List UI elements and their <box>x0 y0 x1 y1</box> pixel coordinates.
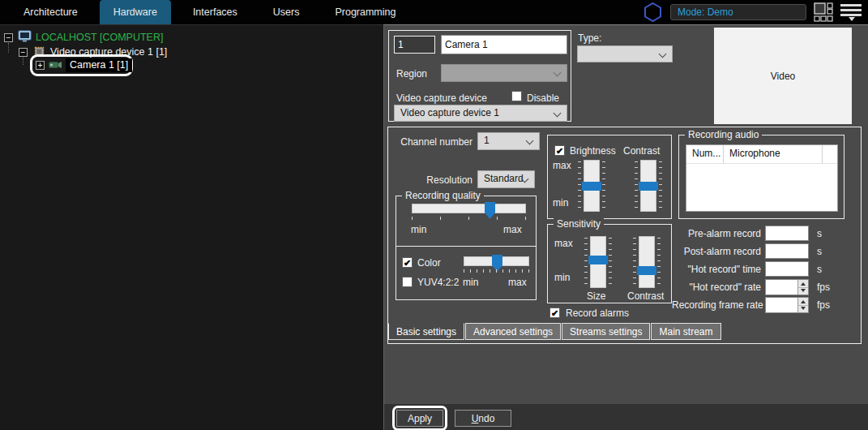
record-alarms-checkbox[interactable]: ✔ <box>549 307 560 318</box>
disable-checkbox[interactable] <box>511 91 522 101</box>
collapse-toggle-icon[interactable]: − <box>19 48 28 57</box>
column-header-microphone[interactable]: Microphone <box>724 145 823 163</box>
slider-thumb[interactable] <box>588 256 608 264</box>
max-label: max <box>508 277 527 288</box>
basic-settings-content: Channel number 1 Resolution Standard Rec… <box>387 127 862 344</box>
spinner-down-icon[interactable] <box>801 289 806 292</box>
recording-audio-group: Recording audio Num... Microphone <box>678 135 844 219</box>
slider-thumb[interactable] <box>637 266 656 275</box>
slider-ticks <box>412 217 526 220</box>
recording-frame-rate-field[interactable] <box>765 297 809 313</box>
unit-label: s <box>817 228 822 239</box>
brightness-slider[interactable] <box>584 160 600 212</box>
yuv422-label: YUV4:2:2 <box>417 277 459 288</box>
camera-number-field[interactable] <box>394 36 435 54</box>
sensitivity-size-slider[interactable] <box>590 236 606 288</box>
color-checkbox[interactable]: ✔ <box>402 257 413 268</box>
spinner-control <box>797 298 808 312</box>
channel-number-label: Channel number <box>395 136 472 148</box>
chevron-down-icon <box>849 17 855 21</box>
mode-indicator[interactable]: Mode: Demo <box>670 4 806 20</box>
tree-item-label[interactable]: LOCALHOST [COMPUTER] <box>36 32 163 43</box>
slider-thumb[interactable] <box>639 182 658 191</box>
unit-label: s <box>817 264 822 275</box>
spinner-down-icon[interactable] <box>801 307 806 310</box>
recording-quality-slider[interactable] <box>412 204 526 213</box>
top-navigation-bar: Architecture Hardware Interfaces Users P… <box>0 0 868 24</box>
chevron-down-icon <box>554 69 562 77</box>
channel-number-select[interactable]: 1 <box>477 132 540 150</box>
hot-record-rate-field[interactable] <box>765 279 809 295</box>
computer-icon <box>18 30 32 43</box>
tab-streams-settings[interactable]: Streams settings <box>562 323 650 340</box>
selected-item-highlight: Camera 1 [1] <box>66 58 132 72</box>
tab-main-stream[interactable]: Main stream <box>651 323 720 340</box>
sensitivity-title: Sensitivity <box>554 218 604 230</box>
chevron-down-icon <box>659 50 667 58</box>
unit-label: fps <box>817 282 830 293</box>
expand-toggle-icon[interactable]: + <box>36 61 45 70</box>
slider-ticks <box>578 161 581 209</box>
resolution-label: Resolution <box>395 174 472 186</box>
camera-identity-group: Region Video capture device Disable Vide… <box>388 30 571 122</box>
spinner-up-icon[interactable] <box>801 300 806 303</box>
spinner-up-icon[interactable] <box>801 282 806 286</box>
resolution-select[interactable]: Standard <box>477 170 535 188</box>
video-capture-device-label: Video capture device <box>396 92 487 104</box>
spinner-divider <box>798 305 808 306</box>
tab-basic-settings[interactable]: Basic settings <box>388 323 464 340</box>
min-label: min <box>411 224 426 235</box>
tree-connector <box>23 58 24 65</box>
settings-tab-strip: Basic settings Advanced settings Streams… <box>388 323 722 340</box>
min-label: min <box>554 272 570 283</box>
undo-button[interactable]: Undo <box>455 410 511 427</box>
tab-programming[interactable]: Programming <box>321 0 409 24</box>
tree-connector <box>8 43 9 53</box>
region-select[interactable] <box>441 64 567 82</box>
apply-focus-ring: Apply <box>392 406 447 430</box>
color-label: Color <box>417 257 441 269</box>
post-alarm-record-field[interactable] <box>765 243 809 259</box>
tab-users[interactable]: Users <box>259 0 314 24</box>
tab-architecture[interactable]: Architecture <box>10 0 92 24</box>
screen-layout-grid-icon[interactable] <box>814 2 833 22</box>
video-capture-device-select[interactable]: Video capture device 1 <box>394 105 567 122</box>
type-select[interactable] <box>577 45 673 62</box>
color-slider[interactable] <box>464 256 529 266</box>
min-label: min <box>463 277 478 288</box>
yuv422-checkbox[interactable] <box>402 277 413 287</box>
menu-line <box>840 4 862 6</box>
collapse-toggle-icon[interactable]: − <box>4 33 13 42</box>
brightness-contrast-group: ✔ Brightness Contrast max min <box>547 135 672 219</box>
video-preview: Video <box>714 28 852 124</box>
slider-ticks <box>635 161 638 209</box>
slider-ticks <box>584 238 588 285</box>
unit-label: s <box>817 246 822 257</box>
audio-channels-table[interactable]: Num... Microphone <box>686 144 838 212</box>
recording-quality-title: Recording quality <box>402 190 484 201</box>
camera-name-field[interactable] <box>441 35 567 54</box>
tree-item-label[interactable]: Camera 1 [1] <box>66 59 132 71</box>
hamburger-menu-icon[interactable] <box>840 4 862 20</box>
slider-thumb[interactable] <box>582 182 601 191</box>
brightness-checkbox[interactable]: ✔ <box>554 145 565 156</box>
brightness-label: Brightness <box>570 145 616 157</box>
slider-ticks <box>633 238 636 285</box>
column-header-number[interactable]: Num... <box>686 145 724 163</box>
recording-frame-rate-label: Recording frame rate <box>672 299 761 311</box>
max-label: max <box>503 224 522 235</box>
tab-advanced-settings[interactable]: Advanced settings <box>465 323 561 340</box>
apply-button[interactable]: Apply <box>396 410 443 427</box>
pre-alarm-record-field[interactable] <box>765 226 809 241</box>
chevron-down-icon <box>554 110 562 118</box>
hot-record-time-field[interactable] <box>765 261 809 277</box>
sensitivity-contrast-slider[interactable] <box>639 236 655 288</box>
contrast-slider[interactable] <box>640 160 656 212</box>
main-tabs: Architecture Hardware Interfaces Users P… <box>10 0 417 24</box>
slider-ticks <box>659 161 662 209</box>
tab-hardware[interactable]: Hardware <box>100 0 171 24</box>
sensitivity-group: Sensitivity max min Size Contrast <box>547 224 672 303</box>
camera-icon <box>49 61 62 70</box>
tab-interfaces[interactable]: Interfaces <box>179 0 251 24</box>
record-alarms-label: Record alarms <box>566 307 629 319</box>
